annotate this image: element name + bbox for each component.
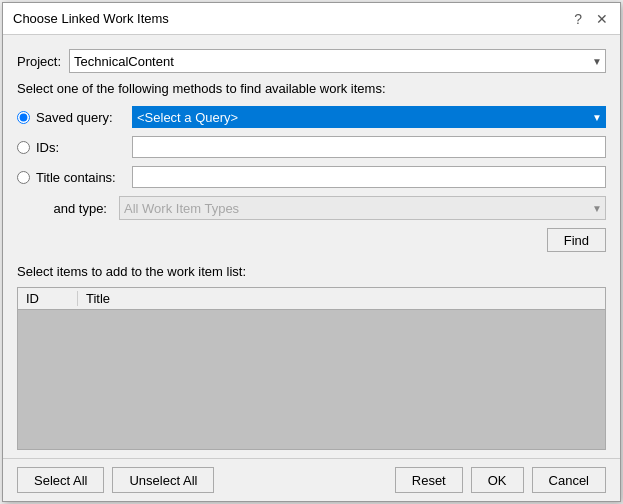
saved-query-label[interactable]: Saved query:: [36, 110, 126, 125]
cancel-button[interactable]: Cancel: [532, 467, 606, 493]
project-select[interactable]: TechnicalContent: [69, 49, 606, 73]
ids-radio[interactable]: [17, 141, 30, 154]
close-button[interactable]: ✕: [594, 12, 610, 26]
title-contains-label[interactable]: Title contains:: [36, 170, 126, 185]
and-type-select-wrapper: All Work Item Types ▼: [119, 196, 606, 220]
title-bar-controls: ? ✕: [572, 12, 610, 26]
find-row: Find: [17, 228, 606, 252]
table-header: ID Title: [18, 288, 605, 310]
ok-button[interactable]: OK: [471, 467, 524, 493]
table-body: [18, 310, 605, 449]
work-items-section-label: Select items to add to the work item lis…: [17, 264, 606, 279]
query-select-wrapper: <Select a Query> ▼: [132, 106, 606, 128]
ids-input[interactable]: [132, 136, 606, 158]
title-contains-radio[interactable]: [17, 171, 30, 184]
and-type-select[interactable]: All Work Item Types: [119, 196, 606, 220]
find-button[interactable]: Find: [547, 228, 606, 252]
title-contains-input[interactable]: [132, 166, 606, 188]
footer-right: Reset OK Cancel: [395, 467, 606, 493]
help-button[interactable]: ?: [572, 12, 584, 26]
work-item-table: ID Title: [17, 287, 606, 450]
saved-query-row: Saved query: <Select a Query> ▼: [17, 106, 606, 128]
title-bar: Choose Linked Work Items ? ✕: [3, 3, 620, 35]
choose-linked-work-items-dialog: Choose Linked Work Items ? ✕ Project: Te…: [2, 2, 621, 502]
saved-query-radio[interactable]: [17, 111, 30, 124]
project-row: Project: TechnicalContent ▼: [17, 49, 606, 73]
unselect-all-button[interactable]: Unselect All: [112, 467, 214, 493]
project-select-wrapper: TechnicalContent ▼: [69, 49, 606, 73]
dialog-body: Project: TechnicalContent ▼ Select one o…: [3, 35, 620, 458]
title-contains-row: Title contains:: [17, 166, 606, 188]
dialog-footer: Select All Unselect All Reset OK Cancel: [3, 458, 620, 501]
and-type-label: and type:: [37, 201, 113, 216]
instruction-text: Select one of the following methods to f…: [17, 81, 606, 96]
dialog-title: Choose Linked Work Items: [13, 11, 169, 26]
select-all-button[interactable]: Select All: [17, 467, 104, 493]
reset-button[interactable]: Reset: [395, 467, 463, 493]
footer-left: Select All Unselect All: [17, 467, 214, 493]
ids-row: IDs:: [17, 136, 606, 158]
project-label: Project:: [17, 54, 61, 69]
col-header-title: Title: [78, 291, 605, 306]
ids-label[interactable]: IDs:: [36, 140, 126, 155]
col-header-id: ID: [18, 291, 78, 306]
and-type-row: and type: All Work Item Types ▼: [17, 196, 606, 220]
query-display[interactable]: <Select a Query>: [132, 106, 606, 128]
